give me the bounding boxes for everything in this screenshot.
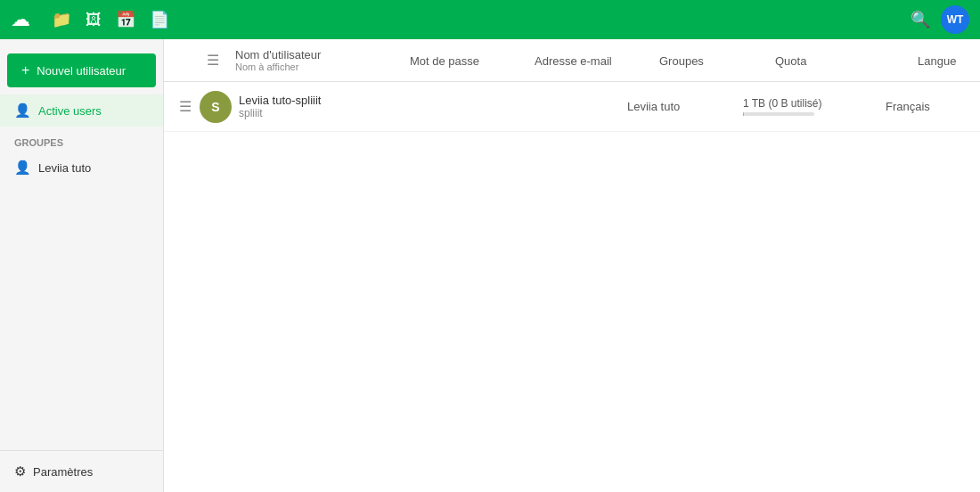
row-hamburger-icon[interactable]: ☰ xyxy=(171,98,200,115)
active-users-label: Active users xyxy=(38,104,102,118)
sidebar-bottom: ⚙ Paramètres xyxy=(0,450,163,492)
col-header-email: Adresse e-mail xyxy=(535,53,659,68)
col-header-groups: Groupes xyxy=(659,53,775,68)
file-icon[interactable]: 📄 xyxy=(150,10,169,29)
col-header-language: Langue xyxy=(918,53,980,68)
row-language-cell: Français xyxy=(886,100,980,113)
hamburger-icon[interactable]: ☰ xyxy=(207,53,219,68)
col-quota-header: Quota xyxy=(775,54,806,68)
sidebar: + Nouvel utilisateur 👤 Active users Grou… xyxy=(0,39,164,492)
image-icon[interactable]: 🖼 xyxy=(86,11,102,29)
col-header-username: Nom d'utilisateur Nom à afficher xyxy=(235,48,410,72)
col-password-header: Mot de passe xyxy=(410,54,479,68)
content-area: ☰ Nom d'utilisateur Nom à afficher Mot d… xyxy=(164,39,980,492)
col-displayname-header: Nom à afficher xyxy=(235,62,298,72)
table-row: ☰ S Leviia tuto-spliiit spliiit Leviia t… xyxy=(164,82,980,132)
group-user-icon: 👤 xyxy=(14,160,31,176)
quota-text: 1 TB (0 B utilisé) xyxy=(743,97,886,110)
quota-bar-background xyxy=(743,112,814,116)
col-header-password: Mot de passe xyxy=(410,53,535,68)
main-layout: + Nouvel utilisateur 👤 Active users Grou… xyxy=(0,39,980,492)
topbar-right: 🔍 WT xyxy=(911,5,969,34)
col-username-header: Nom d'utilisateur xyxy=(235,48,321,62)
cloud-icon[interactable]: ☁ xyxy=(11,8,30,31)
user-avatar: S xyxy=(200,91,232,123)
avatar[interactable]: WT xyxy=(941,5,969,34)
row-groups-cell: Leviia tuto xyxy=(627,100,743,113)
settings-gear-icon: ⚙ xyxy=(14,463,26,480)
row-display-name: spliiit xyxy=(239,107,378,119)
sidebar-top: + Nouvel utilisateur 👤 Active users Grou… xyxy=(0,39,163,450)
table-rows: ☰ S Leviia tuto-spliiit spliiit Leviia t… xyxy=(164,82,980,492)
leviia-tuto-label: Leviia tuto xyxy=(38,161,91,175)
sidebar-item-active-users[interactable]: 👤 Active users xyxy=(0,94,163,127)
quota-inner: 1 TB (0 B utilisé) xyxy=(743,97,886,116)
row-username: Leviia tuto-spliiit xyxy=(239,94,378,107)
hamburger-header-space: ☰ xyxy=(207,52,235,69)
user-icon: 👤 xyxy=(14,102,31,119)
new-user-button[interactable]: + Nouvel utilisateur xyxy=(7,53,156,87)
quota-bar-fill xyxy=(743,112,744,116)
search-icon[interactable]: 🔍 xyxy=(911,10,930,29)
new-user-label: Nouvel utilisateur xyxy=(37,64,126,78)
col-language-header: Langue xyxy=(918,54,956,68)
row-quota-cell: 1 TB (0 B utilisé) xyxy=(743,97,886,116)
sidebar-item-leviia-tuto[interactable]: 👤 Leviia tuto xyxy=(0,152,163,184)
topbar-left: ☁ 📁 🖼 📅 📄 xyxy=(11,8,169,31)
settings-label: Paramètres xyxy=(33,465,93,479)
plus-icon: + xyxy=(21,62,29,78)
col-email-header: Adresse e-mail xyxy=(535,54,612,68)
row-username-cell: Leviia tuto-spliiit spliiit xyxy=(239,94,378,119)
col-header-quota: Quota xyxy=(775,53,918,68)
calendar-icon[interactable]: 📅 xyxy=(116,10,135,29)
table-header: ☰ Nom d'utilisateur Nom à afficher Mot d… xyxy=(164,39,980,82)
topbar: ☁ 📁 🖼 📅 📄 🔍 WT xyxy=(0,0,980,39)
col-groups-header: Groupes xyxy=(659,54,704,68)
groups-section-title: Groupes xyxy=(0,127,163,152)
folder-icon[interactable]: 📁 xyxy=(52,10,71,29)
settings-item[interactable]: ⚙ Paramètres xyxy=(0,455,163,488)
